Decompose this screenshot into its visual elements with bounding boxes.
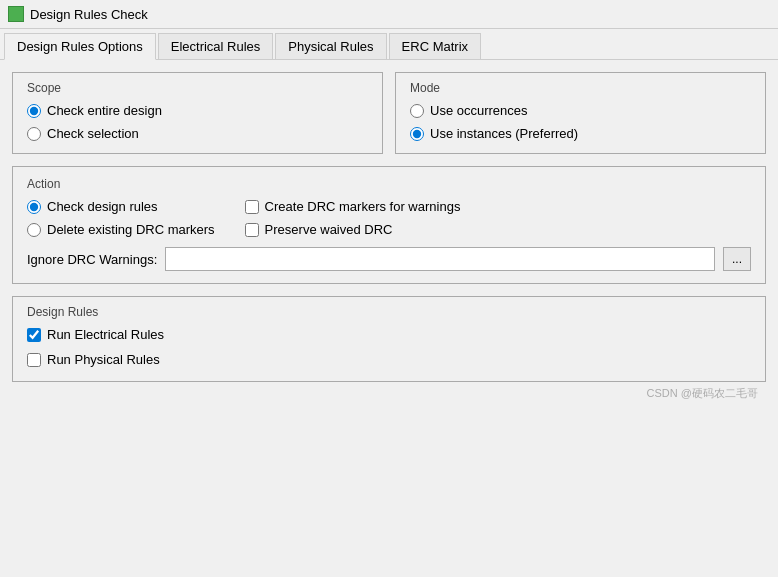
tab-content: Scope Check entire design Check selectio… <box>0 60 778 417</box>
mode-radio-group: Use occurrences Use instances (Preferred… <box>410 103 751 141</box>
check-entire-design-radio[interactable] <box>27 104 41 118</box>
action-right-options: Create DRC markers for warnings Preserve… <box>245 199 461 237</box>
create-drc-markers-option[interactable]: Create DRC markers for warnings <box>245 199 461 214</box>
use-instances-option[interactable]: Use instances (Preferred) <box>410 126 751 141</box>
create-drc-markers-checkbox[interactable] <box>245 200 259 214</box>
action-left-options: Check design rules Delete existing DRC m… <box>27 199 215 237</box>
use-occurrences-label: Use occurrences <box>430 103 528 118</box>
design-rules-label: Design Rules <box>27 305 751 319</box>
tab-design-rules-options[interactable]: Design Rules Options <box>4 33 156 60</box>
run-physical-rules-checkbox[interactable] <box>27 353 41 367</box>
preserve-waived-drc-checkbox[interactable] <box>245 223 259 237</box>
scope-section: Scope Check entire design Check selectio… <box>12 72 383 154</box>
watermark: CSDN @硬码农二毛哥 <box>12 382 766 405</box>
run-electrical-rules-label: Run Electrical Rules <box>47 327 164 342</box>
check-selection-radio[interactable] <box>27 127 41 141</box>
create-drc-markers-label: Create DRC markers for warnings <box>265 199 461 214</box>
check-selection-label: Check selection <box>47 126 139 141</box>
check-design-rules-label: Check design rules <box>47 199 158 214</box>
ignore-drc-input[interactable] <box>165 247 715 271</box>
action-section: Action Check design rules Delete existin… <box>12 166 766 284</box>
action-label: Action <box>27 177 751 191</box>
use-occurrences-option[interactable]: Use occurrences <box>410 103 751 118</box>
check-entire-design-label: Check entire design <box>47 103 162 118</box>
browse-button[interactable]: ... <box>723 247 751 271</box>
delete-existing-drc-radio[interactable] <box>27 223 41 237</box>
check-design-rules-option[interactable]: Check design rules <box>27 199 215 214</box>
scope-radio-group: Check entire design Check selection <box>27 103 368 141</box>
window-title: Design Rules Check <box>30 7 148 22</box>
app-icon <box>8 6 24 22</box>
mode-section: Mode Use occurrences Use instances (Pref… <box>395 72 766 154</box>
main-container: Design Rules Options Electrical Rules Ph… <box>0 29 778 417</box>
tab-erc-matrix[interactable]: ERC Matrix <box>389 33 481 59</box>
run-physical-rules-option[interactable]: Run Physical Rules <box>27 352 751 367</box>
design-rules-section: Design Rules Run Electrical Rules Run Ph… <box>12 296 766 382</box>
tab-bar: Design Rules Options Electrical Rules Ph… <box>0 29 778 60</box>
tab-electrical-rules[interactable]: Electrical Rules <box>158 33 274 59</box>
run-electrical-rules-checkbox[interactable] <box>27 328 41 342</box>
ignore-drc-label: Ignore DRC Warnings: <box>27 252 157 267</box>
scope-label: Scope <box>27 81 368 95</box>
check-entire-design-option[interactable]: Check entire design <box>27 103 368 118</box>
check-selection-option[interactable]: Check selection <box>27 126 368 141</box>
use-instances-radio[interactable] <box>410 127 424 141</box>
delete-existing-drc-label: Delete existing DRC markers <box>47 222 215 237</box>
action-top-row: Check design rules Delete existing DRC m… <box>27 199 751 237</box>
title-bar: Design Rules Check <box>0 0 778 29</box>
tab-physical-rules[interactable]: Physical Rules <box>275 33 386 59</box>
run-physical-rules-label: Run Physical Rules <box>47 352 160 367</box>
delete-existing-drc-option[interactable]: Delete existing DRC markers <box>27 222 215 237</box>
ignore-drc-row: Ignore DRC Warnings: ... <box>27 247 751 271</box>
use-occurrences-radio[interactable] <box>410 104 424 118</box>
use-instances-label: Use instances (Preferred) <box>430 126 578 141</box>
check-design-rules-radio[interactable] <box>27 200 41 214</box>
preserve-waived-drc-label: Preserve waived DRC <box>265 222 393 237</box>
scope-mode-group: Scope Check entire design Check selectio… <box>12 72 766 154</box>
design-rules-checkboxes: Run Electrical Rules Run Physical Rules <box>27 327 751 367</box>
run-electrical-rules-option[interactable]: Run Electrical Rules <box>27 327 751 342</box>
mode-label: Mode <box>410 81 751 95</box>
preserve-waived-drc-option[interactable]: Preserve waived DRC <box>245 222 461 237</box>
